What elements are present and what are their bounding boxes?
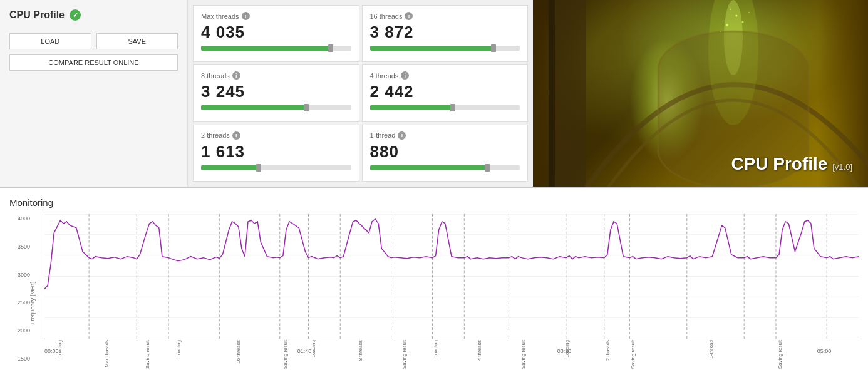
progress-2 xyxy=(201,165,351,170)
progress-8 xyxy=(201,105,351,110)
metrics-grid: Max threads i 4 035 16 threads i 3 872 xyxy=(188,0,533,187)
y-label-3500: 3500 xyxy=(18,244,30,250)
seg-4-threads: 4 threads xyxy=(477,340,482,361)
metric-value-max: 4 035 xyxy=(201,23,351,42)
title-text: CPU Profile xyxy=(9,9,65,21)
seg-8-threads: 8 threads xyxy=(358,340,363,361)
info-icon-4[interactable]: i xyxy=(401,71,409,80)
info-icon-2[interactable]: i xyxy=(232,131,240,140)
metric-16-threads: 16 threads i 3 872 xyxy=(362,5,529,62)
progress-4 xyxy=(370,105,520,110)
metric-label-8: 8 threads i xyxy=(201,71,351,80)
y-label-1500: 1500 xyxy=(18,356,30,362)
y-label-3000: 3000 xyxy=(18,272,30,278)
seg-max-threads: Max threads xyxy=(104,340,110,367)
chart-svg xyxy=(44,214,859,339)
svg-point-8 xyxy=(736,15,738,17)
svg-point-11 xyxy=(720,31,721,32)
seg-saving-3: Saving result xyxy=(401,340,407,369)
metric-1-thread: 1-thread i 880 xyxy=(362,125,529,182)
save-button[interactable]: SAVE xyxy=(96,33,178,49)
y-axis-labels: 4000 3500 3000 2500 2000 1500 1000 xyxy=(18,214,30,370)
seg-loading-2: Loading xyxy=(176,340,182,357)
info-icon-16[interactable]: i xyxy=(405,12,413,20)
svg-point-9 xyxy=(730,9,731,10)
seg-loading-3: Loading xyxy=(311,340,316,357)
metric-value-1: 880 xyxy=(370,142,520,162)
metric-label-2: 2 threads i xyxy=(201,131,351,140)
svg-point-10 xyxy=(742,21,744,23)
svg-rect-1 xyxy=(549,0,555,187)
hero-title: CPU Profile [v1.0] xyxy=(715,141,868,187)
info-icon-max[interactable]: i xyxy=(242,12,250,20)
seg-saving-6: Saving result xyxy=(777,340,783,369)
time-00-00: 00:00 xyxy=(44,348,59,354)
time-05-00: 05:00 xyxy=(817,348,832,354)
metric-value-16: 3 872 xyxy=(370,23,520,42)
svg-rect-0 xyxy=(552,0,586,187)
seg-saving-4: Saving result xyxy=(520,340,526,369)
metric-value-4: 2 442 xyxy=(370,82,520,101)
seg-2-threads: 2 threads xyxy=(605,340,611,361)
seg-16-threads: 16 threads xyxy=(235,340,241,364)
svg-point-7 xyxy=(726,24,728,26)
metric-max-threads: Max threads i 4 035 xyxy=(193,5,359,62)
metric-label-1: 1-thread i xyxy=(370,131,520,140)
y-label-2500: 2500 xyxy=(18,299,30,306)
info-icon-8[interactable]: i xyxy=(232,71,240,80)
metric-value-8: 3 245 xyxy=(201,82,351,101)
y-label-4000: 4000 xyxy=(18,215,30,222)
bottom-section: Monitoring Frequency [MHz] 4000 3500 300… xyxy=(0,188,868,370)
svg-point-12 xyxy=(748,12,750,13)
seg-loading-4: Loading xyxy=(433,340,438,357)
y-label-2000: 2000 xyxy=(18,327,30,334)
chart-wrapper: Frequency [MHz] 4000 3500 3000 2500 2000… xyxy=(9,214,859,370)
metric-label-4: 4 threads i xyxy=(370,71,520,80)
time-03-20: 03:20 xyxy=(557,348,572,354)
compare-button[interactable]: COMPARE RESULT ONLINE xyxy=(9,54,178,71)
hero-image: CPU Profile [v1.0] xyxy=(533,0,868,187)
seg-saving-5: Saving result xyxy=(630,340,636,369)
seg-saving-2: Saving result xyxy=(282,340,288,369)
metric-2-threads: 2 threads i 1 613 xyxy=(193,125,359,182)
metric-value-2: 1 613 xyxy=(201,142,351,162)
info-icon-1[interactable]: i xyxy=(398,131,406,140)
y-axis-title: Frequency [MHz] xyxy=(29,281,36,324)
seg-1-thread: 1-thread xyxy=(708,340,714,359)
monitoring-title: Monitoring xyxy=(9,197,859,208)
progress-1 xyxy=(370,165,520,170)
metric-8-threads: 8 threads i 3 245 xyxy=(193,64,359,121)
seg-saving-1: Saving result xyxy=(145,340,150,369)
metric-label-16: 16 threads i xyxy=(370,12,520,20)
time-01-40: 01:40 xyxy=(297,348,312,354)
chart-area: Loading Max threads Saving result Loadin… xyxy=(44,214,859,339)
progress-16 xyxy=(370,46,520,51)
action-buttons-row: LOAD SAVE xyxy=(9,33,178,49)
load-button[interactable]: LOAD xyxy=(9,33,91,49)
page-title: CPU Profile ✓ xyxy=(9,9,178,21)
metric-4-threads: 4 threads i 2 442 xyxy=(362,64,529,121)
progress-max xyxy=(201,46,351,51)
status-icon: ✓ xyxy=(70,9,81,21)
left-panel: CPU Profile ✓ LOAD SAVE COMPARE RESULT O… xyxy=(0,0,188,187)
metric-label-max: Max threads i xyxy=(201,12,351,20)
segment-labels-container: Loading Max threads Saving result Loadin… xyxy=(44,340,859,370)
